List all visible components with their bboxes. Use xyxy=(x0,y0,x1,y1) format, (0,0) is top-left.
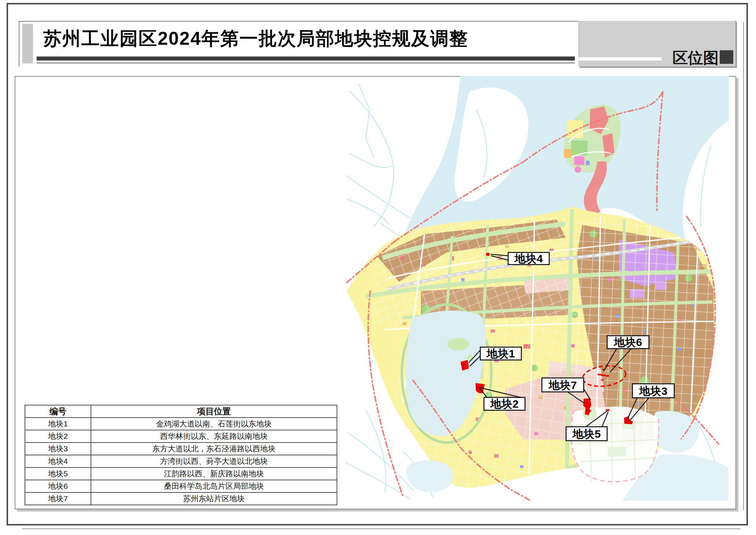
plot-location: 金鸡湖大道以南、石莲街以东地块 xyxy=(91,418,337,430)
plot-location: 苏州东站片区地块 xyxy=(91,492,337,505)
table-row: 地块5 江韵路以西、新庆路以南地块 xyxy=(25,467,337,480)
header-gray-block-whitebar xyxy=(578,57,662,61)
plot-location: 东方大道以北，东石泾港路以西地块 xyxy=(91,443,337,455)
title-underline-thick xyxy=(37,57,575,61)
table-row: 地块4 方湾街以西、葑亭大道以北地块 xyxy=(25,455,337,467)
plot-location-table: 编号 项目位置 地块1 金鸡湖大道以南、石莲街以东地块 地块2 西华林街以东、东… xyxy=(25,405,337,505)
parcel-4 xyxy=(486,253,489,256)
table-row: 地块7 苏州东站片区地块 xyxy=(25,492,337,505)
table-row: 地块1 金鸡湖大道以南、石莲街以东地块 xyxy=(25,418,337,430)
location-map-label: 区位图 xyxy=(667,48,719,65)
plot-id: 地块1 xyxy=(25,418,91,430)
location-map-label-square xyxy=(720,50,733,64)
map-label-4: 地块4 xyxy=(514,252,543,265)
plot-id: 地块7 xyxy=(25,492,91,505)
map-label-2: 地块2 xyxy=(490,398,519,410)
parcel-5 xyxy=(606,409,610,411)
col-header-id: 编号 xyxy=(25,405,91,418)
plot-location: 方湾街以西、葑亭大道以北地块 xyxy=(91,455,337,467)
page-title: 苏州工业园区2024年第一批次局部地块控规及调整 xyxy=(43,26,557,52)
plot-id: 地块6 xyxy=(25,480,91,492)
table-row: 地块2 西华林街以东、东延路以南地块 xyxy=(25,430,337,443)
urban-fabric xyxy=(347,207,718,493)
map-label-1: 地块1 xyxy=(486,347,515,360)
plot-id: 地块4 xyxy=(25,455,91,467)
plot-location: 西华林街以东、东延路以南地块 xyxy=(91,430,337,443)
table-row: 地块6 桑田科学岛北岛片区局部地块 xyxy=(25,480,337,492)
page-border-shadow-bottom xyxy=(22,528,741,529)
table-header-row: 编号 项目位置 xyxy=(25,405,337,418)
plot-id: 地块3 xyxy=(25,443,91,455)
plot-location: 桑田科学岛北岛片区局部地块 xyxy=(91,480,337,492)
map-label-3: 地块3 xyxy=(639,385,668,397)
map-label-6: 地块6 xyxy=(613,336,642,348)
table-row: 地块3 东方大道以北，东石泾港路以西地块 xyxy=(25,443,337,455)
map-label-5: 地块5 xyxy=(572,428,601,440)
plot-id: 地块5 xyxy=(25,467,91,480)
plot-location: 江韵路以西、新庆路以南地块 xyxy=(91,467,337,480)
col-header-location: 项目位置 xyxy=(91,405,337,418)
title-underline-thin xyxy=(37,62,575,63)
map-label-7: 地块7 xyxy=(548,379,577,391)
page-border-shadow-right xyxy=(743,22,744,510)
plot-id: 地块2 xyxy=(25,430,91,443)
title-accent-bar xyxy=(22,24,33,63)
